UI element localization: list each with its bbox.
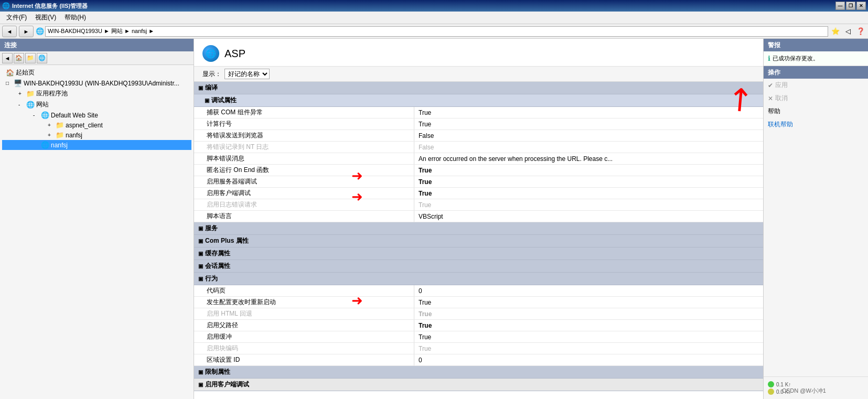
section-header-debug[interactable]: ▣ 调试属性 xyxy=(194,94,763,107)
section-header-session[interactable]: ▣ 会话属性 xyxy=(194,260,763,273)
prop-value-parentpath: True xyxy=(414,320,763,331)
address-input[interactable] xyxy=(45,26,828,37)
display-bar: 显示： 好记的名称 xyxy=(194,67,763,82)
question-icon[interactable]: ❓ xyxy=(855,26,866,37)
section-header-complus[interactable]: ▣ Com Plus 属性 xyxy=(194,235,763,247)
menu-help[interactable]: 帮助(H) xyxy=(60,12,90,23)
address-bar: ◄ ► 🌐 ⭐ ◁ ❓ xyxy=(0,24,868,39)
prop-value-buffer: True xyxy=(414,331,763,342)
section-header-cache[interactable]: ▣ 缓存属性 xyxy=(194,247,763,260)
sidebar-back-button[interactable]: ◄ xyxy=(2,53,13,63)
globe-icon: 🌐 xyxy=(26,101,35,109)
op-cancel[interactable]: ✕ 取消 xyxy=(764,92,868,105)
title-bar-controls: — ❐ ✕ xyxy=(835,2,866,10)
sidebar-header: 连接 xyxy=(0,39,194,51)
alert-icon: ℹ xyxy=(768,55,770,62)
op-online-help[interactable]: 联机帮助 xyxy=(764,118,868,131)
prop-row-restart[interactable]: 发生配置更改时重新启动 True xyxy=(194,297,763,308)
close-button[interactable]: ✕ xyxy=(856,2,866,10)
prop-name-restart: 发生配置更改时重新启动 xyxy=(194,297,414,308)
prop-row-anon[interactable]: 匿名运行 On End 函数 True xyxy=(194,165,763,176)
prop-value-locale: 0 xyxy=(414,354,763,365)
globe3-icon: 🌐 xyxy=(41,141,49,149)
star-icon[interactable]: ⭐ xyxy=(830,26,841,37)
prop-name-clientdebug: 启用客户端调试 xyxy=(194,188,414,199)
prop-value-scriptlang: VBScript xyxy=(414,211,763,222)
sidebar-item-defaultweb[interactable]: - 🌐 Default Web Site xyxy=(2,110,191,120)
title-bar: 🌐 Internet 信息服务 (IIS)管理器 — ❐ ✕ xyxy=(0,0,868,12)
prop-value-clientdebug: True xyxy=(414,188,763,199)
apply-icon: ✔ xyxy=(768,82,773,89)
prop-value-chunkenc: True xyxy=(414,343,763,354)
prop-row-errmsg[interactable]: 脚本错误消息 An error occurred on the server w… xyxy=(194,153,763,165)
op-help[interactable]: 帮助 xyxy=(764,105,868,118)
prop-value-lineno: True xyxy=(414,118,763,130)
prop-value-lognt: False xyxy=(414,142,763,153)
sidebar-item-apppool[interactable]: + 📁 应用程序池 xyxy=(2,88,191,99)
title-bar-text: Internet 信息服务 (IIS)管理器 xyxy=(12,2,88,10)
prop-row-codepage[interactable]: 代码页 0 xyxy=(194,285,763,297)
sidebar-item-server[interactable]: □ 🖥️ WIN-BAKDHQ1993U (WIN-BAKDHQ1993U\Ad… xyxy=(2,78,191,88)
prop-row-com[interactable]: 捕获 COM 组件异常 True xyxy=(194,107,763,118)
menu-file[interactable]: 文件(F) xyxy=(2,12,31,23)
prop-name-scriptlang: 脚本语言 xyxy=(194,211,414,222)
prop-value-errmsg: An error occurred on the server when pro… xyxy=(414,153,763,164)
restore-button[interactable]: ❐ xyxy=(846,2,855,10)
section-header-compile[interactable]: ▣ 编译 xyxy=(194,82,763,94)
sidebar-item-aspnet[interactable]: + 📁 aspnet_client xyxy=(2,120,191,130)
prop-row-senderr[interactable]: 将错误发送到浏览器 False xyxy=(194,130,763,142)
op-apply[interactable]: ✔ 应用 xyxy=(764,79,868,92)
prop-value-htmlfallback: True xyxy=(414,308,763,319)
prop-row-clientdebug[interactable]: 启用客户端调试 True xyxy=(194,188,763,199)
server-icon: 🖥️ xyxy=(14,79,22,87)
minimize-button[interactable]: — xyxy=(835,2,845,10)
section-header-restrict[interactable]: ▣ 限制属性 xyxy=(194,366,763,379)
prop-value-anon: True xyxy=(414,165,763,176)
prop-row-htmlfallback[interactable]: 启用 HTML 回退 True xyxy=(194,308,763,320)
online-help-link[interactable]: 联机帮助 xyxy=(768,120,793,129)
home-icon: 🏠 xyxy=(6,69,14,77)
prop-name-parentpath: 启用父路径 xyxy=(194,320,414,331)
cancel-icon: ✕ xyxy=(768,95,773,102)
folder3-icon: 📁 xyxy=(56,131,64,139)
right-panel: 警报 ℹ 已成功保存更改。 操作 ✔ 应用 ✕ 取消 帮助 联机帮助 xyxy=(763,39,868,399)
prop-row-chunkenc[interactable]: 启用块编码 True xyxy=(194,343,763,354)
prop-value-logerr: True xyxy=(414,199,763,210)
forward-button[interactable]: ► xyxy=(19,26,34,37)
alert-header: 警报 xyxy=(764,39,868,51)
prop-row-logerr[interactable]: 启用日志错误请求 True xyxy=(194,199,763,211)
prop-row-buffer[interactable]: 启用缓冲 True xyxy=(194,331,763,343)
prop-name-anon: 匿名运行 On End 函数 xyxy=(194,165,414,176)
sidebar-item-nanfsj-folder[interactable]: + 📁 nanfsj xyxy=(2,130,191,140)
help-label: 帮助 xyxy=(768,107,780,116)
menu-view[interactable]: 视图(V) xyxy=(31,12,60,23)
sidebar-item-nanfsj[interactable]: 🌐 nanfsj xyxy=(2,140,191,150)
section-header-services[interactable]: ▣ 服务 xyxy=(194,222,763,235)
prop-name-com: 捕获 COM 组件异常 xyxy=(194,107,414,118)
prop-name-lognt: 将错误记录到 NT 日志 xyxy=(194,142,414,153)
sidebar-home-button[interactable]: 🏠 xyxy=(14,53,24,63)
prop-row-scriptlang[interactable]: 脚本语言 VBScript xyxy=(194,211,763,222)
prop-row-parentpath[interactable]: 启用父路径 True xyxy=(194,320,763,331)
sidebar-item-start[interactable]: 🏠 起始页 xyxy=(2,67,191,78)
content-area: 🌐 ASP 显示： 好记的名称 ▣ 编译 ▣ 调试属性 xyxy=(194,39,763,399)
prop-value-serverdebug: True xyxy=(414,176,763,187)
prop-row-serverdebug[interactable]: 启用服务器端调试 True xyxy=(194,176,763,188)
sidebar-up-button[interactable]: 📁 xyxy=(25,53,36,63)
section-header-behavior[interactable]: ▣ 行为 xyxy=(194,273,763,285)
sidebar-toolbar: ◄ 🏠 📁 🌐 xyxy=(0,51,194,65)
section-header-more[interactable]: ▣ 启用客户端调试 xyxy=(194,379,763,391)
display-select[interactable]: 好记的名称 xyxy=(224,69,270,79)
sidebar-item-sites[interactable]: - 🌐 网站 xyxy=(2,99,191,110)
back-button[interactable]: ◄ xyxy=(2,26,17,37)
menu-bar: 文件(F) 视图(V) 帮助(H) xyxy=(0,12,868,24)
prop-name-senderr: 将错误发送到浏览器 xyxy=(194,130,414,141)
sidebar-new-button[interactable]: 🌐 xyxy=(37,53,47,63)
prop-name-logerr: 启用日志错误请求 xyxy=(194,199,414,210)
back-arrow-icon[interactable]: ◁ xyxy=(843,26,853,37)
prop-row-lognt[interactable]: 将错误记录到 NT 日志 False xyxy=(194,142,763,153)
prop-row-lineno[interactable]: 计算行号 True xyxy=(194,118,763,130)
prop-name-codepage: 代码页 xyxy=(194,285,414,296)
prop-row-locale[interactable]: 区域设置 ID 0 xyxy=(194,354,763,366)
prop-value-restart: True xyxy=(414,297,763,308)
